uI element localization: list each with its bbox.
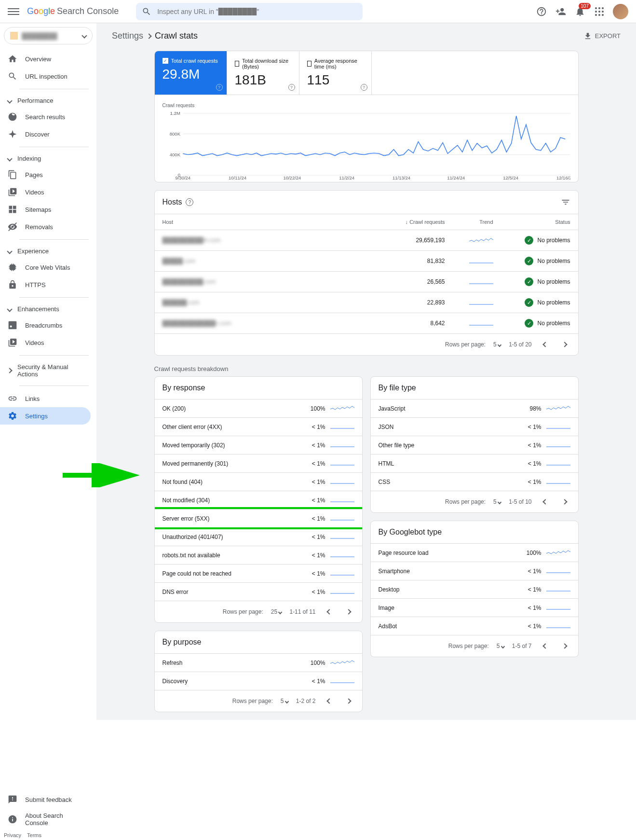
- url-inspection-search[interactable]: [136, 3, 363, 20]
- prev-page-button[interactable]: [324, 695, 335, 707]
- rows-per-page-select[interactable]: 5: [281, 698, 288, 704]
- next-page-button[interactable]: [559, 339, 570, 350]
- nav-breadcrumbs[interactable]: Breadcrumbs: [0, 317, 91, 334]
- nav-videos-enhancement[interactable]: Videos: [0, 334, 91, 351]
- svg-text:1.2M: 1.2M: [170, 110, 180, 116]
- nav-links[interactable]: Links: [0, 390, 91, 407]
- by-response-row[interactable]: robots.txt not available < 1%: [155, 546, 362, 564]
- export-button[interactable]: EXPORT: [583, 32, 621, 41]
- next-page-button[interactable]: [559, 640, 570, 652]
- nav-url-inspection[interactable]: URL inspection: [0, 68, 91, 85]
- by-filetype-row[interactable]: JSON < 1%: [371, 417, 578, 436]
- by-filetype-row[interactable]: HTML < 1%: [371, 454, 578, 472]
- by-response-row[interactable]: Page could not be reached < 1%: [155, 564, 362, 582]
- host-row[interactable]: ██████████th.com 29,659,193 ✓No problems: [155, 230, 578, 250]
- rows-per-page-select[interactable]: 25: [271, 608, 282, 615]
- prev-page-button[interactable]: [540, 640, 551, 652]
- by-googlebot-row[interactable]: Smartphone < 1%: [371, 562, 578, 580]
- by-response-row[interactable]: Moved temporarily (302) < 1%: [155, 436, 362, 454]
- rows-per-page-select[interactable]: 5: [497, 643, 504, 649]
- by-filetype-title: By file type: [379, 384, 416, 392]
- rows-per-page-select[interactable]: 5: [493, 341, 501, 348]
- chart-title: Crawl requests: [162, 103, 570, 108]
- by-response-row[interactable]: DNS error < 1%: [155, 582, 362, 601]
- nav-section-performance[interactable]: Performance: [0, 93, 96, 108]
- nav-videos[interactable]: Videos: [0, 183, 91, 201]
- help-icon[interactable]: ?: [216, 84, 223, 91]
- nav-overview[interactable]: Overview: [0, 50, 91, 68]
- svg-text:11/13/24: 11/13/24: [392, 175, 410, 180]
- col-requests[interactable]: ↓ Crawl requests: [387, 219, 445, 225]
- nav-sitemaps[interactable]: Sitemaps: [0, 201, 91, 218]
- page-range: 1-5 of 20: [509, 341, 531, 348]
- help-icon[interactable]: ?: [361, 84, 367, 91]
- rows-per-page-label: Rows per page:: [445, 341, 486, 348]
- filter-icon[interactable]: [561, 197, 570, 207]
- check-circle-icon: ✓: [525, 236, 533, 245]
- nav-core-web-vitals[interactable]: Core Web Vitals: [0, 259, 91, 276]
- nav-settings[interactable]: Settings: [0, 407, 91, 425]
- help-icon[interactable]: ?: [186, 198, 193, 206]
- rows-per-page-select[interactable]: 5: [493, 498, 501, 505]
- host-row[interactable]: ██████.com 22,893 ✓No problems: [155, 292, 578, 313]
- google-search-console-logo[interactable]: Google Search Console: [27, 6, 119, 16]
- check-circle-icon: ✓: [525, 319, 533, 328]
- help-icon[interactable]: ?: [288, 84, 295, 91]
- nav-section-security[interactable]: Security & Manual Actions: [0, 359, 96, 382]
- stat-tab-2[interactable]: Average response time (ms)115?: [299, 51, 372, 95]
- nav-removals[interactable]: Removals: [0, 218, 91, 235]
- check-circle-icon: ✓: [525, 257, 533, 265]
- by-response-row[interactable]: Moved permanently (301) < 1%: [155, 454, 362, 472]
- breadcrumb-parent[interactable]: Settings: [112, 31, 143, 41]
- prev-page-button[interactable]: [324, 606, 335, 618]
- caret-icon: [7, 368, 12, 373]
- prev-page-button[interactable]: [540, 496, 551, 508]
- users-icon[interactable]: [555, 6, 567, 17]
- search-input[interactable]: [157, 8, 357, 15]
- prev-page-button[interactable]: [540, 339, 551, 350]
- apps-icon[interactable]: [594, 6, 605, 17]
- host-row[interactable]: ██████████.com 26,565 ✓No problems: [155, 271, 578, 292]
- breadcrumb: Settings Crawl stats EXPORT: [112, 31, 621, 41]
- svg-text:0: 0: [177, 172, 180, 178]
- svg-text:400K: 400K: [169, 152, 180, 157]
- by-response-row[interactable]: Server error (5XX) < 1%: [155, 509, 362, 527]
- by-purpose-title: By purpose: [162, 638, 202, 647]
- caret-icon: [7, 248, 12, 254]
- nav-section-experience[interactable]: Experience: [0, 244, 96, 259]
- by-googlebot-row[interactable]: Image < 1%: [371, 598, 578, 617]
- by-googlebot-row[interactable]: Page resource load 100%: [371, 543, 578, 562]
- property-selector[interactable]: ████████: [4, 27, 93, 44]
- account-avatar[interactable]: [613, 4, 628, 19]
- notifications-icon[interactable]: 107: [574, 6, 586, 17]
- by-filetype-row[interactable]: JavaScript 98%: [371, 399, 578, 417]
- nav-discover[interactable]: Discover: [0, 125, 91, 143]
- by-googlebot-row[interactable]: Desktop < 1%: [371, 580, 578, 598]
- by-purpose-row[interactable]: Discovery < 1%: [155, 672, 362, 690]
- nav-https[interactable]: HTTPS: [0, 276, 91, 293]
- by-response-row[interactable]: Not modified (304) < 1%: [155, 491, 362, 509]
- by-filetype-row[interactable]: Other file type < 1%: [371, 436, 578, 454]
- by-googlebot-row[interactable]: AdsBot < 1%: [371, 617, 578, 635]
- by-response-row[interactable]: Not found (404) < 1%: [155, 472, 362, 491]
- by-response-title: By response: [162, 384, 205, 392]
- next-page-button[interactable]: [343, 695, 354, 707]
- nav-section-indexing[interactable]: Indexing: [0, 151, 96, 166]
- host-row[interactable]: █████████████n.com 8,642 ✓No problems: [155, 313, 578, 333]
- stat-tab-0[interactable]: ✓Total crawl requests29.8M?: [155, 51, 227, 95]
- nav-search-results[interactable]: Search results: [0, 108, 91, 125]
- by-response-row[interactable]: Other client error (4XX) < 1%: [155, 417, 362, 436]
- help-icon[interactable]: [536, 6, 547, 17]
- next-page-button[interactable]: [559, 496, 570, 508]
- by-response-row[interactable]: Unauthorized (401/407) < 1%: [155, 527, 362, 546]
- stat-tab-1[interactable]: Total download size (Bytes)181B?: [227, 51, 299, 95]
- svg-text:11/2/24: 11/2/24: [339, 175, 354, 180]
- hamburger-menu-icon[interactable]: [8, 6, 19, 17]
- next-page-button[interactable]: [343, 606, 354, 618]
- by-response-row[interactable]: OK (200) 100%: [155, 399, 362, 417]
- host-row[interactable]: █████.com 81,832 ✓No problems: [155, 250, 578, 271]
- by-purpose-row[interactable]: Refresh 100%: [155, 653, 362, 672]
- nav-pages[interactable]: Pages: [0, 166, 91, 183]
- nav-section-enhancements[interactable]: Enhancements: [0, 302, 96, 317]
- by-filetype-row[interactable]: CSS < 1%: [371, 472, 578, 491]
